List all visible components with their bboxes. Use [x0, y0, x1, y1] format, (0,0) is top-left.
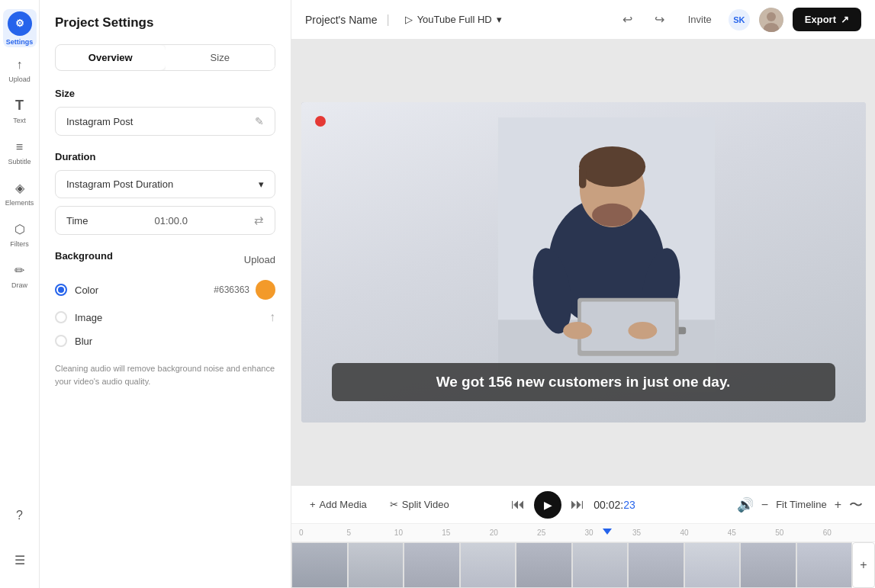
size-section-label: Size: [55, 88, 275, 99]
svg-rect-14: [581, 302, 674, 351]
duration-section: Duration Instagram Post Duration ▾ Time …: [55, 151, 275, 235]
sidebar-item-label-elements: Elements: [5, 199, 34, 207]
thumb-10: [796, 542, 853, 588]
format-selector[interactable]: ▷ YouTube Full HD ▾: [399, 11, 508, 28]
undo-button[interactable]: ↩: [616, 8, 639, 31]
thumb-9: [740, 542, 796, 588]
bottom-controls: + Add Media ✂ Split Video ⏮ ▶ ⏭ 00:02:23…: [291, 485, 875, 523]
sidebar-item-draw[interactable]: ✏ Draw: [3, 256, 37, 294]
export-share-icon: ↗: [841, 14, 849, 25]
background-upload-link[interactable]: Upload: [244, 254, 275, 265]
thumb-7: [628, 542, 684, 588]
user-avatar: [759, 8, 783, 32]
thumb-3: [404, 542, 460, 588]
subtitle-icon: ≡: [11, 139, 28, 156]
svg-point-1: [767, 12, 776, 21]
sidebar-item-label-draw: Draw: [11, 281, 27, 289]
top-bar-right: ↩ ↪ Invite SK Export ↗: [616, 8, 861, 32]
swap-icon[interactable]: ⇄: [254, 214, 264, 227]
audio-note: Cleaning audio will remove background no…: [55, 362, 275, 387]
zoom-in-button[interactable]: +: [835, 498, 841, 512]
ruler-mark-40: 40: [678, 529, 725, 537]
time-seconds: 23: [623, 499, 635, 511]
skip-forward-button[interactable]: ⏭: [571, 496, 584, 512]
duration-dropdown-value: Instagram Post Duration: [66, 178, 173, 190]
export-label: Export: [805, 14, 836, 25]
sidebar-item-filters[interactable]: ⬡ Filters: [3, 215, 37, 253]
sidebar-item-label-subtitle: Subtitle: [8, 158, 31, 165]
image-option-row: Image ↑: [55, 310, 275, 324]
image-upload-icon[interactable]: ↑: [269, 310, 275, 324]
chevron-down-icon: ▾: [259, 178, 264, 190]
sidebar-item-label-settings: Settings: [6, 38, 34, 46]
size-section: Size Instagram Post ✎: [55, 88, 275, 136]
thumb-4: [460, 542, 516, 588]
tab-overview[interactable]: Overview: [56, 45, 166, 70]
add-to-timeline-button[interactable]: +: [852, 542, 875, 588]
invite-button[interactable]: Invite: [680, 9, 719, 30]
tab-size[interactable]: Size: [166, 45, 275, 70]
zoom-out-button[interactable]: −: [761, 498, 768, 512]
ruler-mark-15: 15: [440, 529, 487, 537]
split-video-button[interactable]: ✂ Split Video: [384, 495, 455, 514]
draw-icon: ✏: [11, 262, 28, 279]
sidebar-item-upload[interactable]: ↑ Upload: [3, 50, 37, 88]
sidebar-item-label-filters: Filters: [10, 240, 29, 248]
sidebar-item-text[interactable]: T Text: [3, 92, 37, 130]
thumb-8: [684, 542, 741, 588]
color-radio-label: Color: [75, 284, 206, 296]
ruler-mark-20: 20: [488, 529, 536, 537]
size-input-box[interactable]: Instagram Post ✎: [55, 107, 275, 136]
add-media-button[interactable]: + Add Media: [304, 495, 373, 514]
main-area: Project's Name | ▷ YouTube Full HD ▾ ↩ ↪…: [291, 0, 875, 588]
user-badge: SK: [729, 9, 750, 31]
sidebar-item-settings[interactable]: ⚙ Settings: [3, 9, 37, 47]
timeline-thumbnails[interactable]: +: [291, 542, 875, 588]
export-button[interactable]: Export ↗: [793, 8, 861, 31]
ruler-mark-50: 50: [774, 529, 821, 537]
sidebar-item-feedback[interactable]: ☰: [3, 541, 37, 579]
duration-section-label: Duration: [55, 151, 275, 162]
thumb-2: [348, 542, 404, 588]
waveform-icon[interactable]: 〜: [849, 496, 863, 514]
settings-avatar-icon: ⚙: [8, 11, 32, 36]
sidebar-item-subtitle[interactable]: ≡ Subtitle: [3, 133, 37, 171]
add-media-label: Add Media: [320, 499, 367, 510]
video-frame: We got 156 new customers in just one day…: [301, 102, 866, 423]
blur-radio[interactable]: [55, 335, 67, 347]
sidebar-item-help[interactable]: ?: [3, 496, 37, 535]
time-label: Time: [66, 215, 88, 227]
color-swatch-row: #636363: [214, 280, 275, 300]
playhead-triangle: [603, 529, 612, 535]
project-name: Project's Name: [305, 14, 377, 26]
playhead: [603, 529, 612, 537]
sidebar-item-elements[interactable]: ◈ Elements: [3, 174, 37, 212]
color-swatch[interactable]: [256, 280, 275, 300]
background-section: Background Upload Color #636363 Image ↑ …: [55, 250, 275, 347]
skip-back-button[interactable]: ⏮: [511, 496, 525, 512]
right-controls: 🔊 − Fit Timeline + 〜: [737, 496, 863, 514]
settings-panel-title: Project Settings: [55, 15, 275, 31]
fit-timeline-button[interactable]: Fit Timeline: [776, 499, 826, 510]
thumb-6: [572, 542, 629, 588]
sidebar-bottom: ? ☰: [3, 496, 37, 579]
size-value: Instagram Post: [66, 116, 133, 127]
duration-dropdown[interactable]: Instagram Post Duration ▾: [55, 170, 275, 198]
ruler-mark-5: 5: [345, 529, 392, 537]
sidebar-item-label-text: Text: [13, 117, 26, 124]
play-icon: ▶: [544, 499, 552, 511]
sidebar: ⚙ Settings ↑ Upload T Text ≡ Subtitle ◈ …: [0, 0, 40, 588]
svg-rect-8: [579, 166, 586, 188]
image-radio[interactable]: [55, 311, 67, 323]
edit-icon[interactable]: ✎: [255, 115, 264, 127]
svg-point-7: [579, 146, 645, 187]
color-radio[interactable]: [55, 284, 67, 296]
play-button[interactable]: ▶: [534, 491, 561, 519]
thumb-1: [291, 542, 348, 588]
color-option-row: Color #636363: [55, 280, 275, 300]
blur-radio-label: Blur: [75, 336, 275, 347]
upload-icon: ↑: [11, 56, 28, 73]
volume-button[interactable]: 🔊: [737, 496, 754, 513]
redo-button[interactable]: ↪: [648, 8, 671, 31]
background-label: Background: [55, 250, 113, 262]
